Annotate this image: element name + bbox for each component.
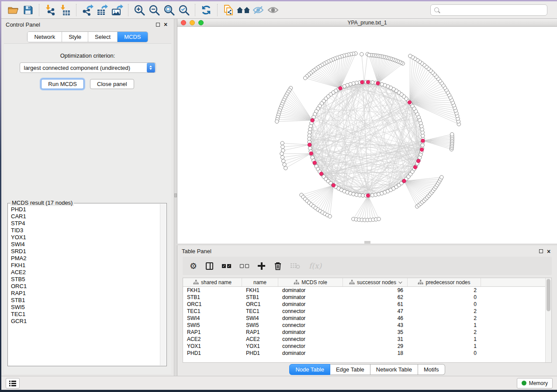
table-row[interactable]: PHD1PHD1dominator180 xyxy=(183,350,545,357)
tab-motifs[interactable]: Motifs xyxy=(418,364,445,375)
mcds-result-item[interactable]: FKH1 xyxy=(11,262,160,269)
main-toolbar xyxy=(1,1,557,19)
mcds-result-item[interactable]: RAP1 xyxy=(11,290,160,297)
toolbar-separator xyxy=(76,4,76,16)
tab-mcds[interactable]: MCDS xyxy=(118,32,147,42)
task-history-button[interactable] xyxy=(6,378,20,389)
mcds-result-item[interactable]: SWI5 xyxy=(11,304,160,311)
toolbar-separator xyxy=(128,4,128,16)
function-builder-icon: f(x) xyxy=(309,261,322,271)
mcds-result-item[interactable]: ORC1 xyxy=(11,283,160,290)
status-bar: Memory xyxy=(1,376,557,390)
mcds-result-item[interactable]: CAR1 xyxy=(11,213,160,220)
close-panel-button[interactable]: × xyxy=(162,21,170,28)
table-settings-icon[interactable]: ⚙ xyxy=(190,261,197,271)
tab-network[interactable]: Network xyxy=(28,32,62,42)
column-header-shared-name[interactable]: shared name xyxy=(183,278,242,286)
mcds-result-item[interactable]: STB5 xyxy=(11,276,160,283)
table-row[interactable]: RAP1RAP1dominator352 xyxy=(183,329,545,336)
tab-style[interactable]: Style xyxy=(62,32,88,42)
unselect-all-columns-icon[interactable] xyxy=(240,261,249,271)
mcds-result-item[interactable]: TEC1 xyxy=(11,311,160,318)
table-row[interactable]: STB1STB1dominator620 xyxy=(183,294,545,301)
shared-column-icon xyxy=(294,280,299,285)
hide-selected-icon[interactable] xyxy=(251,3,266,17)
mcds-result-item[interactable]: STP4 xyxy=(11,220,160,227)
table-float-button[interactable] xyxy=(537,248,545,255)
table-row[interactable]: SWI4SWI4dominator462 xyxy=(183,315,545,322)
mcds-result-item[interactable]: PHD1 xyxy=(11,206,160,213)
delete-column-icon[interactable] xyxy=(274,261,282,271)
mcds-result-item[interactable]: STB1 xyxy=(11,297,160,304)
zoom-selected-icon[interactable] xyxy=(176,3,191,17)
table-row[interactable]: TEC1TEC1connector472 xyxy=(183,308,545,315)
control-panel-title: Control Panel xyxy=(6,21,154,28)
table-row[interactable]: SWI5SWI5connector431 xyxy=(183,322,545,329)
select-all-columns-icon[interactable]: ✓✓ xyxy=(222,261,231,271)
mcds-result-box: MCDS result (17 nodes) PHD1CAR1STP4TID3Y… xyxy=(7,203,167,366)
table-close-button[interactable]: × xyxy=(545,248,553,255)
first-neighbors-icon[interactable] xyxy=(236,3,251,17)
mcds-result-item[interactable]: SRD1 xyxy=(11,248,160,255)
import-network-icon[interactable] xyxy=(43,3,58,17)
tab-network-table[interactable]: Network Table xyxy=(370,364,418,375)
network-window-title: YPA_prune.txt_1 xyxy=(177,20,557,26)
export-network-icon[interactable] xyxy=(80,3,95,17)
memory-label: Memory xyxy=(529,380,548,386)
table-scrollbar-thumb[interactable] xyxy=(547,279,550,311)
float-panel-button[interactable] xyxy=(154,21,162,28)
mcds-result-item[interactable]: SWI4 xyxy=(11,241,160,248)
add-column-icon[interactable] xyxy=(258,261,265,271)
export-table-icon[interactable] xyxy=(95,3,110,17)
toolbar-separator xyxy=(217,4,218,16)
table-row[interactable]: YOX1YOX1connector291 xyxy=(183,343,545,350)
shared-column-icon xyxy=(193,280,199,285)
export-image-icon[interactable] xyxy=(110,3,125,17)
import-table-icon[interactable] xyxy=(58,3,73,17)
search-input[interactable] xyxy=(442,7,543,13)
table-row[interactable]: ACE2ACE2connector311 xyxy=(183,336,545,343)
network-window-titlebar[interactable]: YPA_prune.txt_1 xyxy=(177,19,557,27)
table-toolbar: ⚙ ✓✓ f(x) xyxy=(183,257,552,275)
tab-select[interactable]: Select xyxy=(88,32,118,42)
tab-node-table[interactable]: Node Table xyxy=(289,364,330,375)
mcds-result-item[interactable]: TID3 xyxy=(11,227,160,234)
table-row[interactable]: FKH1FKH1dominator962 xyxy=(183,287,545,294)
mcds-result-item[interactable]: PMA2 xyxy=(11,255,160,262)
open-folder-icon[interactable] xyxy=(6,3,21,17)
save-icon[interactable] xyxy=(21,3,35,17)
duplicate-network-icon[interactable] xyxy=(221,3,236,17)
network-view-window: YPA_prune.txt_1 xyxy=(177,19,557,244)
mcds-result-item[interactable]: ACE2 xyxy=(11,269,160,276)
column-header-name[interactable]: name xyxy=(242,278,278,286)
network-canvas[interactable] xyxy=(177,27,557,244)
show-all-icon[interactable] xyxy=(266,3,280,17)
table-header-row: shared namenameMCDS rolesuccessor nodesp… xyxy=(183,278,545,287)
memory-status-icon xyxy=(522,381,526,385)
run-mcds-button[interactable]: Run MCDS xyxy=(41,79,84,89)
refresh-icon[interactable] xyxy=(199,3,214,17)
mcds-tab-content: Optimization criterion: largest connecte… xyxy=(4,43,171,374)
application-window: Control Panel × NetworkStyleSelectMCDS O… xyxy=(1,1,557,390)
zoom-in-icon[interactable] xyxy=(132,3,147,17)
search-icon xyxy=(434,7,439,12)
memory-button[interactable]: Memory xyxy=(517,378,553,389)
tab-edge-table[interactable]: Edge Table xyxy=(330,364,370,375)
shared-column-icon xyxy=(349,280,355,285)
optimization-criterion-select[interactable]: largest connected component (undirected) xyxy=(20,62,156,73)
table-row[interactable]: ORC1ORC1dominator610 xyxy=(183,301,545,308)
column-header-predecessor-nodes[interactable]: predecessor nodes xyxy=(408,278,481,286)
zoom-out-icon[interactable] xyxy=(147,3,162,17)
close-panel-action-button[interactable]: Close panel xyxy=(90,79,134,89)
table-scrollbar[interactable] xyxy=(545,278,551,362)
network-graph[interactable] xyxy=(177,27,557,244)
mcds-result-scrollbar[interactable] xyxy=(160,204,166,365)
canvas-resize-grip[interactable] xyxy=(364,241,370,244)
column-header-successor-nodes[interactable]: successor nodes xyxy=(343,278,408,286)
zoom-fit-icon[interactable] xyxy=(162,3,176,17)
mcds-result-item[interactable]: YOX1 xyxy=(11,234,160,241)
optimization-criterion-label: Optimization criterion: xyxy=(4,52,171,59)
column-header-MCDS-role[interactable]: MCDS role xyxy=(278,278,343,286)
show-columns-icon[interactable] xyxy=(206,261,213,271)
mcds-result-item[interactable]: GCR1 xyxy=(11,318,160,325)
